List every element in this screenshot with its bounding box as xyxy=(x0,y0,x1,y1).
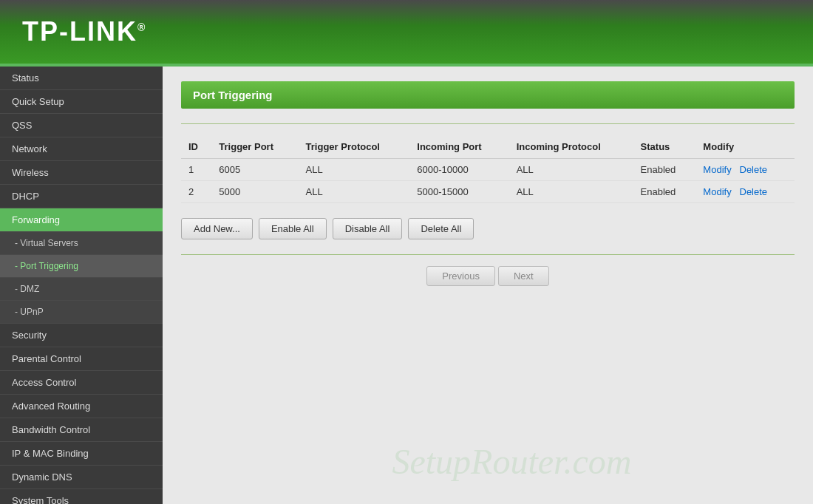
sidebar-item-dynamic-dns[interactable]: Dynamic DNS xyxy=(0,466,163,489)
table-body: 1 6005 ALL 6000-10000 ALL Enabled Modify… xyxy=(181,159,795,203)
sidebar-item-network[interactable]: Network xyxy=(0,137,163,161)
cell-incoming-protocol-2: ALL xyxy=(509,181,633,203)
sidebar-item-bandwidth-control[interactable]: Bandwidth Control xyxy=(0,418,163,442)
page-title: Port Triggering xyxy=(193,89,273,101)
table-header-row: ID Trigger Port Trigger Protocol Incomin… xyxy=(181,135,795,159)
watermark: SetupRouter.com xyxy=(392,441,631,482)
sidebar-item-parental-control[interactable]: Parental Control xyxy=(0,347,163,371)
sidebar-item-qss[interactable]: QSS xyxy=(0,114,163,137)
cell-incoming-port-1: 6000-10000 xyxy=(409,159,508,181)
col-status: Status xyxy=(633,135,696,159)
enable-all-button[interactable]: Enable All xyxy=(259,218,327,239)
delete-link-2[interactable]: Delete xyxy=(740,186,768,197)
cell-trigger-protocol-2: ALL xyxy=(299,181,410,203)
page-title-bar: Port Triggering xyxy=(181,81,795,109)
logo-text: TP-LINK xyxy=(22,16,137,47)
sidebar-item-system-tools[interactable]: System Tools xyxy=(0,489,163,504)
top-divider xyxy=(181,123,795,124)
cell-trigger-protocol-1: ALL xyxy=(299,159,410,181)
logo-sup: ® xyxy=(137,21,146,33)
col-incoming-protocol: Incoming Protocol xyxy=(509,135,633,159)
nav-buttons: Previous Next xyxy=(181,266,795,286)
col-trigger-port: Trigger Port xyxy=(211,135,298,159)
next-button[interactable]: Next xyxy=(498,266,549,286)
sidebar-item-port-triggering[interactable]: - Port Triggering xyxy=(0,255,163,278)
sidebar-item-virtual-servers[interactable]: - Virtual Servers xyxy=(0,232,163,255)
cell-status-2: Enabled xyxy=(633,181,696,203)
cell-modify-1: Modify Delete xyxy=(695,159,795,181)
sidebar: Status Quick Setup QSS Network Wireless … xyxy=(0,67,163,504)
cell-modify-2: Modify Delete xyxy=(695,181,795,203)
sidebar-item-dmz[interactable]: - DMZ xyxy=(0,278,163,301)
cell-trigger-port-2: 5000 xyxy=(211,181,298,203)
sidebar-item-advanced-routing[interactable]: Advanced Routing xyxy=(0,395,163,418)
disable-all-button[interactable]: Disable All xyxy=(333,218,403,239)
action-buttons: Add New... Enable All Disable All Delete… xyxy=(181,218,795,239)
sidebar-item-security[interactable]: Security xyxy=(0,324,163,347)
table-row: 2 5000 ALL 5000-15000 ALL Enabled Modify… xyxy=(181,181,795,203)
modify-link-2[interactable]: Modify xyxy=(703,186,731,197)
previous-button[interactable]: Previous xyxy=(426,266,495,286)
sidebar-item-access-control[interactable]: Access Control xyxy=(0,371,163,395)
bottom-divider xyxy=(181,254,795,255)
sidebar-item-upnp[interactable]: - UPnP xyxy=(0,301,163,324)
cell-status-1: Enabled xyxy=(633,159,696,181)
cell-id-2: 2 xyxy=(181,181,211,203)
table-row: 1 6005 ALL 6000-10000 ALL Enabled Modify… xyxy=(181,159,795,181)
port-triggering-table: ID Trigger Port Trigger Protocol Incomin… xyxy=(181,135,795,203)
logo: TP-LINK® xyxy=(22,16,146,47)
sidebar-item-quick-setup[interactable]: Quick Setup xyxy=(0,90,163,114)
sidebar-item-forwarding[interactable]: Forwarding xyxy=(0,208,163,232)
add-new-button[interactable]: Add New... xyxy=(181,218,253,239)
sidebar-item-ip-mac-binding[interactable]: IP & MAC Binding xyxy=(0,442,163,466)
col-trigger-protocol: Trigger Protocol xyxy=(299,135,410,159)
header: TP-LINK® xyxy=(0,0,813,67)
cell-id-1: 1 xyxy=(181,159,211,181)
col-modify: Modify xyxy=(695,135,795,159)
cell-trigger-port-1: 6005 xyxy=(211,159,298,181)
delete-link-1[interactable]: Delete xyxy=(740,164,768,175)
sidebar-item-status[interactable]: Status xyxy=(0,67,163,90)
modify-link-1[interactable]: Modify xyxy=(703,164,731,175)
sidebar-item-dhcp[interactable]: DHCP xyxy=(0,185,163,208)
delete-all-button[interactable]: Delete All xyxy=(408,218,474,239)
col-id: ID xyxy=(181,135,211,159)
cell-incoming-protocol-1: ALL xyxy=(509,159,633,181)
content-area: Port Triggering ID Trigger Port Trigger … xyxy=(163,67,813,504)
main-layout: Status Quick Setup QSS Network Wireless … xyxy=(0,67,813,504)
cell-incoming-port-2: 5000-15000 xyxy=(409,181,508,203)
sidebar-item-wireless[interactable]: Wireless xyxy=(0,161,163,185)
col-incoming-port: Incoming Port xyxy=(409,135,508,159)
